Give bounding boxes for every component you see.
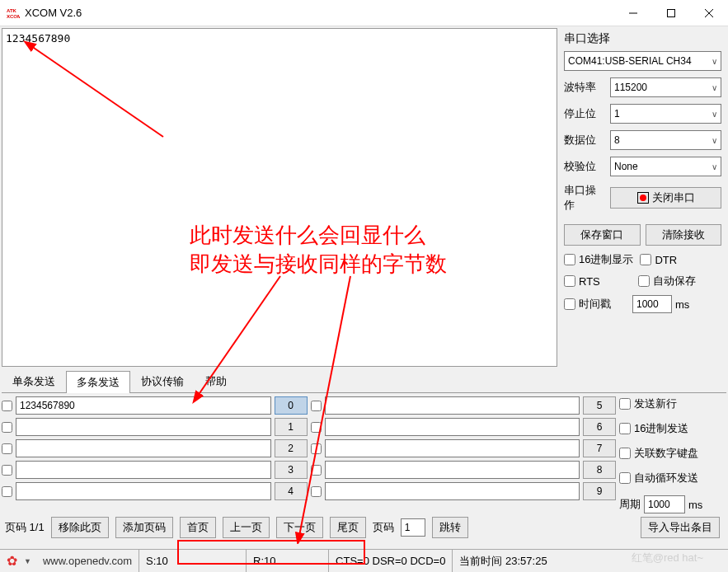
send-input-2[interactable] xyxy=(16,439,271,457)
stop-combo[interactable]: 1∨ xyxy=(610,104,721,124)
export-button[interactable]: 导入导出条目 xyxy=(641,517,720,538)
minimize-button[interactable] xyxy=(614,0,652,26)
send-grid: 0 1 2 3 4 5 6 7 8 9 发送新行 16进制发送 关联数字键盘 自… xyxy=(2,396,726,513)
stop-label: 停止位 xyxy=(564,106,604,121)
chevron-down-icon: ∨ xyxy=(712,83,721,92)
status-recv: R:10 xyxy=(247,550,329,572)
parity-combo[interactable]: None∨ xyxy=(610,157,721,176)
goto-input[interactable] xyxy=(401,518,425,537)
send-btn-2[interactable]: 2 xyxy=(275,439,308,457)
hex-display-checkbox[interactable] xyxy=(564,254,575,265)
hexsend-label: 16进制发送 xyxy=(634,421,688,436)
baud-combo[interactable]: 115200∨ xyxy=(610,77,721,97)
goto-button[interactable]: 跳转 xyxy=(432,517,468,538)
clear-recv-button[interactable]: 清除接收 xyxy=(646,224,722,246)
send-input-6[interactable] xyxy=(325,418,580,436)
send-check-6[interactable] xyxy=(311,422,322,433)
sidebar: 串口选择 COM41:USB-SERIAL CH34∨ 波特率115200∨ 停… xyxy=(559,26,728,368)
send-input-1[interactable] xyxy=(16,418,271,436)
autosave-checkbox[interactable] xyxy=(638,275,650,287)
op-label: 串口操作 xyxy=(564,183,604,213)
prev-page-button[interactable]: 上一页 xyxy=(223,517,270,538)
send-input-5[interactable] xyxy=(325,396,580,415)
port-select-label: 串口选择 xyxy=(564,31,721,46)
rts-label: RTS xyxy=(579,275,600,288)
send-input-0[interactable] xyxy=(16,396,271,415)
app-logo-icon: ATKXCOM xyxy=(7,7,20,20)
send-btn-6[interactable]: 6 xyxy=(583,418,616,436)
first-page-button[interactable]: 首页 xyxy=(180,517,216,538)
status-sent: S:10 xyxy=(139,550,247,572)
send-input-4[interactable] xyxy=(16,482,271,500)
remove-page-button[interactable]: 移除此页 xyxy=(51,517,109,538)
numpad-checkbox[interactable] xyxy=(619,448,631,459)
data-label: 数据位 xyxy=(564,133,604,148)
timestamp-checkbox[interactable] xyxy=(564,298,575,310)
send-btn-9[interactable]: 9 xyxy=(583,482,616,500)
send-btn-8[interactable]: 8 xyxy=(583,461,616,479)
status-bar: ✿ ▼ www.openedv.com S:10 R:10 CTS=0 DSR=… xyxy=(0,549,728,572)
hexsend-checkbox[interactable] xyxy=(619,423,631,434)
send-check-9[interactable] xyxy=(311,486,322,497)
send-input-3[interactable] xyxy=(16,461,271,479)
svg-rect-3 xyxy=(668,9,675,16)
send-check-2[interactable] xyxy=(2,443,12,454)
send-input-7[interactable] xyxy=(325,439,580,457)
send-check-8[interactable] xyxy=(311,465,322,476)
period-input[interactable] xyxy=(644,495,685,513)
maximize-button[interactable] xyxy=(652,0,690,26)
autoloop-checkbox[interactable] xyxy=(619,472,631,484)
numpad-label: 关联数字键盘 xyxy=(634,446,698,461)
send-input-9[interactable] xyxy=(325,482,580,500)
newline-checkbox[interactable] xyxy=(619,398,631,410)
send-col-left: 0 1 2 3 4 xyxy=(2,396,308,513)
send-btn-1[interactable]: 1 xyxy=(275,418,308,436)
ts-unit: ms xyxy=(675,298,689,311)
send-btn-7[interactable]: 7 xyxy=(583,439,616,457)
send-check-0[interactable] xyxy=(2,401,12,411)
dropdown-icon[interactable]: ▼ xyxy=(24,557,36,565)
svg-text:ATK: ATK xyxy=(7,8,17,13)
dtr-checkbox[interactable] xyxy=(640,254,651,265)
save-window-button[interactable]: 保存窗口 xyxy=(564,224,641,246)
send-btn-5[interactable]: 5 xyxy=(583,396,616,415)
send-check-4[interactable] xyxy=(2,486,12,497)
autosave-label: 自动保存 xyxy=(653,274,696,288)
send-btn-3[interactable]: 3 xyxy=(275,461,308,479)
goto-label: 页码 xyxy=(373,520,394,535)
next-page-button[interactable]: 下一页 xyxy=(276,517,323,538)
send-check-7[interactable] xyxy=(311,443,322,454)
window-controls xyxy=(614,0,728,26)
send-options: 发送新行 16进制发送 关联数字键盘 自动循环发送 周期ms xyxy=(619,396,726,513)
send-check-5[interactable] xyxy=(311,401,322,411)
output-pane[interactable]: 1234567890 xyxy=(2,28,557,367)
send-btn-4[interactable]: 4 xyxy=(275,482,308,500)
close-button[interactable] xyxy=(690,0,728,26)
dtr-label: DTR xyxy=(655,254,677,266)
svg-text:XCOM: XCOM xyxy=(7,14,20,19)
tab-multi-send[interactable]: 多条发送 xyxy=(66,371,130,393)
tab-single-send[interactable]: 单条发送 xyxy=(2,370,66,392)
send-check-3[interactable] xyxy=(2,465,12,476)
send-input-8[interactable] xyxy=(325,461,580,479)
status-url[interactable]: www.openedv.com xyxy=(36,550,139,572)
send-check-1[interactable] xyxy=(2,422,12,433)
gear-icon[interactable]: ✿ xyxy=(0,553,24,569)
status-time: 当前时间 23:57:25 xyxy=(453,550,553,572)
tab-protocol[interactable]: 协议传输 xyxy=(130,370,195,392)
tab-help[interactable]: 帮助 xyxy=(195,370,237,392)
autoloop-label: 自动循环发送 xyxy=(634,471,698,485)
data-combo[interactable]: 8∨ xyxy=(610,130,721,150)
rts-checkbox[interactable] xyxy=(564,275,575,287)
page-bar: 页码 1/1 移除此页 添加页码 首页 上一页 下一页 尾页 页码 跳转 导入导… xyxy=(5,517,723,538)
last-page-button[interactable]: 尾页 xyxy=(330,517,366,538)
add-page-button[interactable]: 添加页码 xyxy=(115,517,173,538)
send-btn-0[interactable]: 0 xyxy=(275,396,308,415)
timestamp-input[interactable] xyxy=(632,295,672,313)
port-select-combo[interactable]: COM41:USB-SERIAL CH34∨ xyxy=(564,51,721,71)
period-unit: ms xyxy=(688,499,702,511)
output-text: 1234567890 xyxy=(6,32,70,45)
send-col-right: 5 6 7 8 9 xyxy=(311,396,617,513)
close-port-button[interactable]: 关闭串口 xyxy=(610,187,721,209)
window-title: XCOM V2.6 xyxy=(25,7,614,19)
